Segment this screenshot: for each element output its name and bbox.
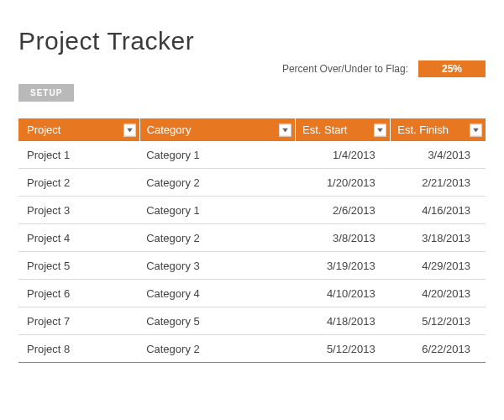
cell-est-finish: 4/29/2013 — [391, 252, 486, 280]
cell-category: Category 2 — [139, 335, 295, 363]
cell-category: Category 2 — [139, 169, 295, 197]
cell-category: Category 3 — [139, 252, 295, 280]
cell-project: Project 7 — [18, 307, 139, 335]
cell-project: Project 3 — [18, 197, 139, 224]
cell-project: Project 2 — [18, 169, 139, 197]
flag-row: Percent Over/Under to Flag: 25% — [18, 60, 486, 77]
page-title: Project Tracker — [18, 27, 486, 55]
table-header-row: Project Category Est. Start — [18, 118, 486, 141]
cell-project: Project 6 — [18, 280, 139, 307]
project-table: Project Category Est. Start — [18, 118, 486, 363]
cell-est-finish: 5/12/2013 — [391, 307, 486, 335]
cell-est-start: 2/6/2013 — [295, 197, 390, 224]
cell-est-finish: 3/18/2013 — [391, 224, 486, 252]
svg-marker-1 — [282, 128, 288, 132]
filter-dropdown-icon[interactable] — [123, 123, 136, 136]
cell-est-start: 4/10/2013 — [295, 280, 390, 307]
filter-dropdown-icon[interactable] — [279, 123, 291, 136]
setup-button[interactable]: SETUP — [18, 84, 74, 102]
cell-est-finish: 2/21/2013 — [391, 169, 486, 197]
cell-category: Category 1 — [139, 197, 295, 224]
cell-project: Project 4 — [18, 224, 139, 252]
cell-est-finish: 6/22/2013 — [391, 335, 486, 363]
table-row[interactable]: Project 2Category 21/20/20132/21/2013 — [18, 169, 486, 197]
table-row[interactable]: Project 1Category 11/4/20133/4/2013 — [18, 141, 486, 169]
cell-category: Category 4 — [139, 280, 295, 307]
col-header-label: Project — [27, 123, 60, 136]
table-body: Project 1Category 11/4/20133/4/2013Proje… — [18, 141, 486, 363]
svg-marker-3 — [473, 128, 479, 132]
cell-est-finish: 3/4/2013 — [391, 141, 486, 169]
cell-est-start: 3/19/2013 — [295, 252, 390, 280]
cell-est-start: 5/12/2013 — [295, 335, 390, 363]
cell-category: Category 2 — [139, 224, 295, 252]
col-header-category[interactable]: Category — [139, 118, 295, 141]
cell-category: Category 5 — [139, 307, 295, 335]
cell-est-start: 1/20/2013 — [295, 169, 390, 197]
col-header-label: Est. Start — [302, 123, 347, 136]
cell-est-start: 4/18/2013 — [295, 307, 390, 335]
flag-value-badge: 25% — [418, 60, 486, 77]
col-header-est-finish[interactable]: Est. Finish — [391, 118, 486, 141]
filter-dropdown-icon[interactable] — [470, 123, 482, 136]
table-row[interactable]: Project 3Category 12/6/20134/16/2013 — [18, 197, 486, 224]
cell-est-finish: 4/20/2013 — [391, 280, 486, 307]
svg-marker-2 — [377, 128, 383, 132]
table-row[interactable]: Project 8Category 25/12/20136/22/2013 — [18, 335, 486, 363]
col-header-label: Category — [147, 123, 192, 136]
cell-category: Category 1 — [139, 141, 295, 169]
flag-label: Percent Over/Under to Flag: — [282, 63, 408, 75]
table-row[interactable]: Project 6Category 44/10/20134/20/2013 — [18, 280, 486, 307]
table-row[interactable]: Project 5Category 33/19/20134/29/2013 — [18, 252, 486, 280]
filter-dropdown-icon[interactable] — [374, 123, 386, 136]
cell-project: Project 5 — [18, 252, 139, 280]
cell-est-start: 3/8/2013 — [295, 224, 390, 252]
cell-project: Project 1 — [18, 141, 139, 169]
svg-marker-0 — [127, 128, 133, 132]
col-header-label: Est. Finish — [397, 123, 449, 136]
col-header-est-start[interactable]: Est. Start — [295, 118, 390, 141]
cell-est-start: 1/4/2013 — [295, 141, 390, 169]
col-header-project[interactable]: Project — [18, 118, 139, 141]
table-row[interactable]: Project 4Category 23/8/20133/18/2013 — [18, 224, 486, 252]
cell-project: Project 8 — [18, 335, 139, 363]
table-row[interactable]: Project 7Category 54/18/20135/12/2013 — [18, 307, 486, 335]
cell-est-finish: 4/16/2013 — [391, 197, 486, 224]
